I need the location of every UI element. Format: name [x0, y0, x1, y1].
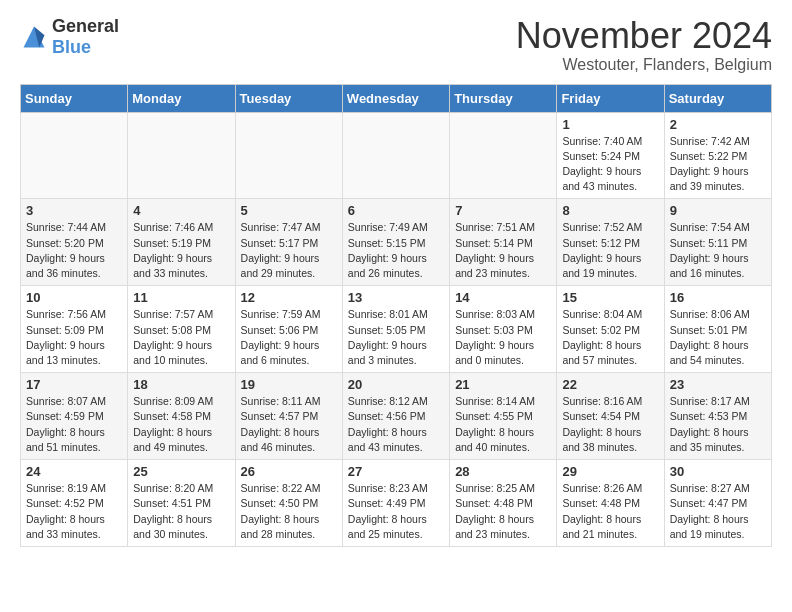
- header-saturday: Saturday: [664, 84, 771, 112]
- calendar-cell-w2-d3: 13Sunrise: 8:01 AMSunset: 5:05 PMDayligh…: [342, 286, 449, 373]
- day-number: 3: [26, 203, 122, 218]
- logo-blue: Blue: [52, 37, 91, 57]
- calendar-cell-w3-d2: 19Sunrise: 8:11 AMSunset: 4:57 PMDayligh…: [235, 373, 342, 460]
- day-number: 4: [133, 203, 229, 218]
- day-number: 25: [133, 464, 229, 479]
- calendar-cell-w3-d4: 21Sunrise: 8:14 AMSunset: 4:55 PMDayligh…: [450, 373, 557, 460]
- calendar-cell-w3-d1: 18Sunrise: 8:09 AMSunset: 4:58 PMDayligh…: [128, 373, 235, 460]
- day-info: Sunrise: 8:09 AMSunset: 4:58 PMDaylight:…: [133, 394, 229, 455]
- calendar-cell-w4-d5: 29Sunrise: 8:26 AMSunset: 4:48 PMDayligh…: [557, 460, 664, 547]
- calendar-cell-w0-d0: [21, 112, 128, 199]
- header-wednesday: Wednesday: [342, 84, 449, 112]
- calendar-cell-w1-d3: 6Sunrise: 7:49 AMSunset: 5:15 PMDaylight…: [342, 199, 449, 286]
- day-number: 14: [455, 290, 551, 305]
- page: General Blue November 2024 Westouter, Fl…: [0, 0, 792, 563]
- day-info: Sunrise: 8:19 AMSunset: 4:52 PMDaylight:…: [26, 481, 122, 542]
- day-info: Sunrise: 8:26 AMSunset: 4:48 PMDaylight:…: [562, 481, 658, 542]
- calendar-cell-w1-d4: 7Sunrise: 7:51 AMSunset: 5:14 PMDaylight…: [450, 199, 557, 286]
- day-number: 9: [670, 203, 766, 218]
- day-number: 19: [241, 377, 337, 392]
- logo-icon: [20, 23, 48, 51]
- day-number: 18: [133, 377, 229, 392]
- calendar-cell-w2-d4: 14Sunrise: 8:03 AMSunset: 5:03 PMDayligh…: [450, 286, 557, 373]
- day-info: Sunrise: 7:54 AMSunset: 5:11 PMDaylight:…: [670, 220, 766, 281]
- day-info: Sunrise: 8:23 AMSunset: 4:49 PMDaylight:…: [348, 481, 444, 542]
- header-tuesday: Tuesday: [235, 84, 342, 112]
- day-info: Sunrise: 8:27 AMSunset: 4:47 PMDaylight:…: [670, 481, 766, 542]
- day-number: 22: [562, 377, 658, 392]
- day-info: Sunrise: 7:47 AMSunset: 5:17 PMDaylight:…: [241, 220, 337, 281]
- day-info: Sunrise: 8:11 AMSunset: 4:57 PMDaylight:…: [241, 394, 337, 455]
- calendar-cell-w0-d2: [235, 112, 342, 199]
- calendar-cell-w0-d5: 1Sunrise: 7:40 AMSunset: 5:24 PMDaylight…: [557, 112, 664, 199]
- calendar-cell-w3-d3: 20Sunrise: 8:12 AMSunset: 4:56 PMDayligh…: [342, 373, 449, 460]
- calendar-cell-w3-d0: 17Sunrise: 8:07 AMSunset: 4:59 PMDayligh…: [21, 373, 128, 460]
- day-info: Sunrise: 7:44 AMSunset: 5:20 PMDaylight:…: [26, 220, 122, 281]
- day-number: 26: [241, 464, 337, 479]
- calendar-cell-w0-d3: [342, 112, 449, 199]
- month-title: November 2024: [516, 16, 772, 56]
- day-number: 27: [348, 464, 444, 479]
- header: General Blue November 2024 Westouter, Fl…: [20, 16, 772, 74]
- calendar-cell-w4-d4: 28Sunrise: 8:25 AMSunset: 4:48 PMDayligh…: [450, 460, 557, 547]
- week-row-2: 10Sunrise: 7:56 AMSunset: 5:09 PMDayligh…: [21, 286, 772, 373]
- day-number: 21: [455, 377, 551, 392]
- day-info: Sunrise: 7:57 AMSunset: 5:08 PMDaylight:…: [133, 307, 229, 368]
- day-number: 20: [348, 377, 444, 392]
- location-title: Westouter, Flanders, Belgium: [516, 56, 772, 74]
- day-info: Sunrise: 8:25 AMSunset: 4:48 PMDaylight:…: [455, 481, 551, 542]
- day-info: Sunrise: 8:04 AMSunset: 5:02 PMDaylight:…: [562, 307, 658, 368]
- day-number: 12: [241, 290, 337, 305]
- week-row-3: 17Sunrise: 8:07 AMSunset: 4:59 PMDayligh…: [21, 373, 772, 460]
- calendar-cell-w4-d0: 24Sunrise: 8:19 AMSunset: 4:52 PMDayligh…: [21, 460, 128, 547]
- day-info: Sunrise: 8:03 AMSunset: 5:03 PMDaylight:…: [455, 307, 551, 368]
- day-info: Sunrise: 7:56 AMSunset: 5:09 PMDaylight:…: [26, 307, 122, 368]
- calendar-header-row: Sunday Monday Tuesday Wednesday Thursday…: [21, 84, 772, 112]
- day-info: Sunrise: 8:22 AMSunset: 4:50 PMDaylight:…: [241, 481, 337, 542]
- day-number: 15: [562, 290, 658, 305]
- logo-general: General: [52, 16, 119, 36]
- title-area: November 2024 Westouter, Flanders, Belgi…: [516, 16, 772, 74]
- calendar-cell-w2-d6: 16Sunrise: 8:06 AMSunset: 5:01 PMDayligh…: [664, 286, 771, 373]
- calendar-cell-w4-d1: 25Sunrise: 8:20 AMSunset: 4:51 PMDayligh…: [128, 460, 235, 547]
- calendar: Sunday Monday Tuesday Wednesday Thursday…: [20, 84, 772, 547]
- day-number: 16: [670, 290, 766, 305]
- day-number: 24: [26, 464, 122, 479]
- day-number: 6: [348, 203, 444, 218]
- day-info: Sunrise: 7:42 AMSunset: 5:22 PMDaylight:…: [670, 134, 766, 195]
- day-info: Sunrise: 8:06 AMSunset: 5:01 PMDaylight:…: [670, 307, 766, 368]
- calendar-cell-w1-d1: 4Sunrise: 7:46 AMSunset: 5:19 PMDaylight…: [128, 199, 235, 286]
- calendar-cell-w0-d4: [450, 112, 557, 199]
- header-sunday: Sunday: [21, 84, 128, 112]
- calendar-cell-w2-d0: 10Sunrise: 7:56 AMSunset: 5:09 PMDayligh…: [21, 286, 128, 373]
- day-info: Sunrise: 8:14 AMSunset: 4:55 PMDaylight:…: [455, 394, 551, 455]
- calendar-cell-w3-d6: 23Sunrise: 8:17 AMSunset: 4:53 PMDayligh…: [664, 373, 771, 460]
- week-row-1: 3Sunrise: 7:44 AMSunset: 5:20 PMDaylight…: [21, 199, 772, 286]
- calendar-cell-w1-d5: 8Sunrise: 7:52 AMSunset: 5:12 PMDaylight…: [557, 199, 664, 286]
- day-number: 11: [133, 290, 229, 305]
- day-number: 13: [348, 290, 444, 305]
- week-row-4: 24Sunrise: 8:19 AMSunset: 4:52 PMDayligh…: [21, 460, 772, 547]
- calendar-cell-w2-d1: 11Sunrise: 7:57 AMSunset: 5:08 PMDayligh…: [128, 286, 235, 373]
- day-info: Sunrise: 8:07 AMSunset: 4:59 PMDaylight:…: [26, 394, 122, 455]
- calendar-cell-w0-d1: [128, 112, 235, 199]
- day-info: Sunrise: 7:59 AMSunset: 5:06 PMDaylight:…: [241, 307, 337, 368]
- day-info: Sunrise: 7:40 AMSunset: 5:24 PMDaylight:…: [562, 134, 658, 195]
- day-info: Sunrise: 8:17 AMSunset: 4:53 PMDaylight:…: [670, 394, 766, 455]
- calendar-cell-w0-d6: 2Sunrise: 7:42 AMSunset: 5:22 PMDaylight…: [664, 112, 771, 199]
- day-number: 23: [670, 377, 766, 392]
- calendar-cell-w2-d5: 15Sunrise: 8:04 AMSunset: 5:02 PMDayligh…: [557, 286, 664, 373]
- header-friday: Friday: [557, 84, 664, 112]
- day-number: 2: [670, 117, 766, 132]
- day-info: Sunrise: 8:12 AMSunset: 4:56 PMDaylight:…: [348, 394, 444, 455]
- calendar-cell-w1-d2: 5Sunrise: 7:47 AMSunset: 5:17 PMDaylight…: [235, 199, 342, 286]
- header-monday: Monday: [128, 84, 235, 112]
- day-number: 7: [455, 203, 551, 218]
- day-info: Sunrise: 8:01 AMSunset: 5:05 PMDaylight:…: [348, 307, 444, 368]
- calendar-cell-w4-d3: 27Sunrise: 8:23 AMSunset: 4:49 PMDayligh…: [342, 460, 449, 547]
- day-number: 8: [562, 203, 658, 218]
- day-number: 28: [455, 464, 551, 479]
- calendar-cell-w1-d0: 3Sunrise: 7:44 AMSunset: 5:20 PMDaylight…: [21, 199, 128, 286]
- calendar-cell-w1-d6: 9Sunrise: 7:54 AMSunset: 5:11 PMDaylight…: [664, 199, 771, 286]
- day-number: 5: [241, 203, 337, 218]
